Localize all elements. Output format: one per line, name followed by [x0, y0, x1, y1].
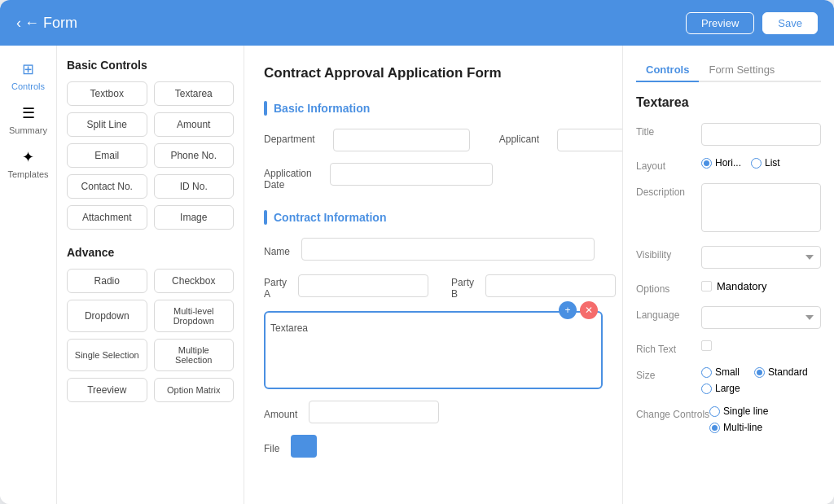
sidebar-item-summary[interactable]: ☰ Summary: [0, 98, 56, 142]
control-textarea[interactable]: Textarea: [154, 81, 235, 106]
appdate-input[interactable]: [330, 163, 493, 186]
prop-language-value: [701, 306, 821, 329]
size-standard-label: Standard: [768, 366, 808, 378]
richtext-checkbox[interactable]: [701, 340, 712, 351]
name-row: Name: [264, 238, 603, 261]
amount-input[interactable]: [309, 401, 439, 423]
right-tabs: Controls Form Settings: [636, 59, 821, 82]
app-container: ‹ ← Form Preview Save ⊞ Controls ☰ Summa…: [0, 0, 834, 504]
prop-change-row: Change Controls Single line Multi-line: [636, 405, 821, 433]
layout-list-label: List: [765, 157, 780, 169]
size-standard-option[interactable]: Standard: [754, 366, 808, 378]
tab-controls[interactable]: Controls: [636, 59, 699, 82]
department-label: Department: [264, 129, 315, 145]
back-button[interactable]: ‹ ← Form: [16, 15, 77, 32]
control-splitline[interactable]: Split Line: [67, 112, 147, 137]
save-button[interactable]: Save: [762, 12, 818, 34]
left-sidebar: ⊞ Controls ☰ Summary ✦ Templates: [0, 46, 57, 504]
textarea-del-btn[interactable]: ✕: [580, 301, 598, 319]
sidebar-label-controls: Controls: [11, 81, 45, 91]
control-attachment[interactable]: Attachment: [67, 205, 147, 230]
control-image[interactable]: Image: [154, 205, 235, 230]
prop-layout-label: Layout: [636, 157, 701, 172]
control-phoneno[interactable]: Phone No.: [154, 143, 235, 168]
control-idno[interactable]: ID No.: [154, 174, 235, 199]
control-radio[interactable]: Radio: [67, 269, 147, 293]
prop-description-value: [701, 183, 821, 234]
advance-controls-grid: Radio Checkbox Dropdown Multi-level Drop…: [67, 269, 234, 402]
description-textarea[interactable]: [701, 183, 821, 232]
form-canvas: Contract Approval Application Form Basic…: [244, 46, 622, 504]
change-multi-label: Multi-line: [723, 422, 762, 433]
prop-language-label: Language: [636, 306, 701, 321]
control-multilevel[interactable]: Multi-level Dropdown: [154, 300, 235, 332]
header: ‹ ← Form Preview Save: [0, 0, 834, 46]
basic-controls-grid: Textbox Textarea Split Line Amount Email…: [67, 81, 234, 230]
textarea-input[interactable]: [313, 318, 596, 383]
file-upload-btn[interactable]: [291, 435, 317, 458]
preview-button[interactable]: Preview: [686, 12, 754, 34]
sidebar-item-templates[interactable]: ✦ Templates: [0, 142, 56, 186]
appdate-label: ApplicationDate: [264, 163, 312, 191]
prop-richtext-value: [701, 340, 821, 351]
textarea-container: + ✕ Textarea: [264, 311, 603, 389]
size-large-option[interactable]: Large: [701, 383, 740, 394]
title-input[interactable]: [701, 123, 821, 146]
control-email[interactable]: Email: [67, 143, 147, 168]
basic-row-1: Department Applicant: [264, 129, 603, 151]
mandatory-checkbox[interactable]: [701, 281, 712, 291]
prop-title-label: Title: [636, 123, 701, 138]
language-select[interactable]: [701, 306, 821, 329]
partyb-input[interactable]: [485, 274, 616, 297]
sidebar-item-controls[interactable]: ⊞ Controls: [0, 54, 56, 98]
textarea-toolbar: + ✕: [559, 301, 598, 319]
layout-hori-option[interactable]: Hori...: [701, 157, 741, 169]
textarea-label: Textarea: [270, 318, 308, 334]
sidebar-label-summary: Summary: [9, 125, 47, 135]
layout-list-radio: [751, 158, 762, 169]
layout-hori-label: Hori...: [715, 157, 741, 169]
summary-icon: ☰: [22, 104, 35, 122]
party-row: Party A Party B: [264, 272, 603, 300]
prop-options-row: Options Mandatory: [636, 280, 821, 295]
layout-list-option[interactable]: List: [751, 157, 780, 169]
change-single-option[interactable]: Single line: [709, 405, 768, 417]
change-single-label: Single line: [723, 405, 768, 417]
applicant-input[interactable]: [557, 129, 622, 151]
textarea-add-btn[interactable]: +: [559, 301, 577, 319]
header-left: ‹ ← Form: [16, 15, 77, 32]
basic-info-title: Basic Information: [274, 102, 370, 115]
prop-richtext-label: Rich Text: [636, 340, 701, 355]
control-multiple-selection[interactable]: Multiple Selection: [154, 339, 235, 371]
size-small-option[interactable]: Small: [701, 366, 740, 378]
size-large-radio: [701, 383, 712, 394]
prop-visibility-value: [701, 246, 821, 269]
partya-input[interactable]: [298, 274, 428, 297]
control-amount[interactable]: Amount: [154, 112, 235, 137]
prop-options-label: Options: [636, 280, 701, 295]
textarea-inner: Textarea: [267, 314, 599, 386]
control-option-matrix[interactable]: Option Matrix: [154, 378, 235, 402]
prop-visibility-row: Visibility: [636, 246, 821, 269]
visibility-select[interactable]: [701, 246, 821, 269]
controls-icon: ⊞: [22, 60, 34, 78]
name-input[interactable]: [301, 238, 595, 261]
size-standard-radio: [754, 367, 765, 378]
department-input[interactable]: [333, 129, 470, 151]
control-dropdown[interactable]: Dropdown: [67, 300, 147, 332]
control-contactno[interactable]: Contact No.: [67, 174, 147, 199]
basic-info-section: Basic Information Department Applicant A…: [264, 101, 603, 191]
tab-form-settings[interactable]: Form Settings: [699, 59, 784, 82]
control-single-selection[interactable]: Single Selection: [67, 339, 147, 371]
control-treeview[interactable]: Treeview: [67, 378, 147, 402]
change-multiline: Multi-line: [709, 422, 821, 433]
control-checkbox[interactable]: Checkbox: [154, 269, 235, 293]
applicant-label: Applicant: [499, 129, 539, 145]
change-multi-option[interactable]: Multi-line: [709, 422, 762, 433]
basic-row-2: ApplicationDate: [264, 163, 603, 191]
change-singleline: Single line: [709, 405, 821, 417]
file-label: File: [264, 438, 279, 454]
prop-title-value: [701, 123, 821, 146]
back-icon: ‹: [16, 15, 21, 32]
control-textbox[interactable]: Textbox: [67, 81, 147, 106]
